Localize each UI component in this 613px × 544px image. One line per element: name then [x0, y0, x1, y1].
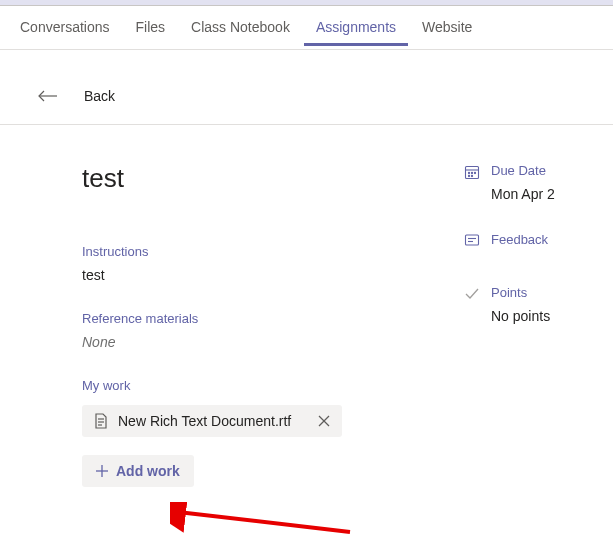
points-row: Points	[463, 285, 593, 302]
reference-materials-label: Reference materials	[82, 311, 402, 326]
due-date-value: Mon Apr 2	[491, 186, 593, 202]
back-button[interactable]: Back	[0, 60, 613, 125]
instructions-value: test	[82, 267, 402, 283]
plus-icon	[96, 465, 108, 477]
my-work-label: My work	[82, 378, 402, 393]
points-value: No points	[491, 308, 593, 324]
svg-point-11	[471, 172, 472, 173]
assignment-content: Back test Instructions test Reference ma…	[0, 50, 613, 487]
attached-file-name: New Rich Text Document.rtf	[118, 413, 291, 429]
feedback-icon	[463, 232, 481, 249]
arrow-left-icon	[38, 90, 58, 102]
annotation-arrow	[170, 502, 370, 542]
attached-file[interactable]: New Rich Text Document.rtf	[82, 405, 342, 437]
svg-rect-15	[466, 235, 479, 245]
points-label: Points	[491, 285, 527, 300]
reference-materials-value: None	[82, 334, 402, 350]
feedback-label: Feedback	[491, 232, 548, 247]
svg-point-12	[474, 172, 475, 173]
channel-tabs: Conversations Files Class Notebook Assig…	[0, 6, 613, 50]
tab-conversations[interactable]: Conversations	[8, 9, 122, 47]
checkmark-icon	[463, 285, 481, 302]
svg-line-19	[178, 512, 350, 532]
svg-point-14	[471, 175, 472, 176]
document-icon	[94, 413, 108, 429]
calendar-icon	[463, 163, 481, 180]
back-label: Back	[84, 88, 115, 104]
tab-class-notebook[interactable]: Class Notebook	[179, 9, 302, 47]
assignment-title: test	[82, 163, 402, 194]
tab-website[interactable]: Website	[410, 9, 484, 47]
due-date-label: Due Date	[491, 163, 546, 178]
feedback-button[interactable]: Feedback	[463, 232, 593, 249]
due-date-row: Due Date	[463, 163, 593, 180]
add-work-label: Add work	[116, 463, 180, 479]
remove-file-button[interactable]	[308, 415, 330, 427]
svg-point-13	[468, 175, 469, 176]
add-work-button[interactable]: Add work	[82, 455, 194, 487]
tab-assignments[interactable]: Assignments	[304, 9, 408, 47]
instructions-label: Instructions	[82, 244, 402, 259]
tab-files[interactable]: Files	[124, 9, 178, 47]
svg-point-10	[468, 172, 469, 173]
